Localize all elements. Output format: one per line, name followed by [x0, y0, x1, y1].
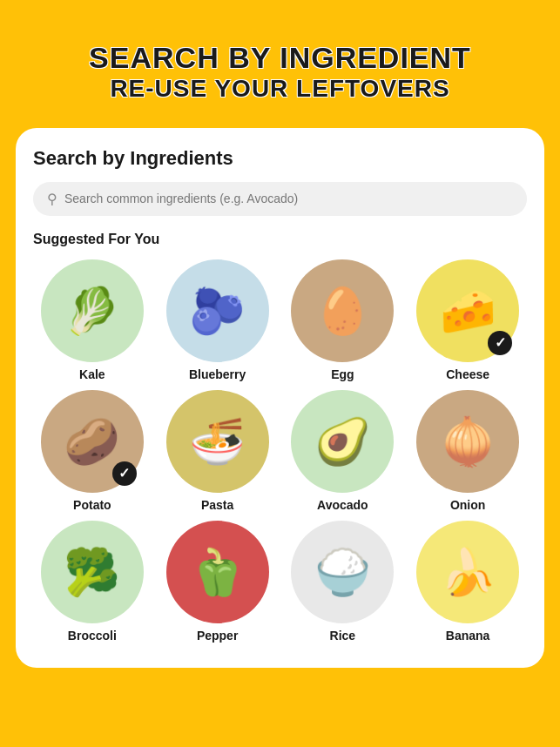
search-bar[interactable]: ⚲ — [33, 182, 527, 216]
ingredient-circle-blueberry: 🫐 — [166, 259, 269, 362]
ingredient-item-cheese[interactable]: 🧀Cheese — [408, 259, 527, 381]
ingredient-grid: 🥬Kale🫐Blueberry🥚Egg🧀Cheese🥔Potato🍜Pasta🥑… — [33, 259, 527, 643]
selected-badge-cheese — [488, 331, 512, 355]
ingredient-item-pasta[interactable]: 🍜Pasta — [159, 390, 277, 512]
ingredient-name-avocado: Avocado — [317, 498, 368, 512]
search-card: Search by Ingredients ⚲ Suggested For Yo… — [16, 128, 544, 668]
ingredient-circle-banana: 🍌 — [416, 521, 519, 623]
ingredient-name-pepper: Pepper — [197, 629, 238, 643]
ingredient-name-blueberry: Blueberry — [189, 367, 246, 381]
ingredient-emoji-onion: 🧅 — [440, 419, 496, 464]
ingredient-emoji-blueberry: 🫐 — [189, 288, 246, 333]
ingredient-emoji-avocado: 🥑 — [314, 419, 371, 464]
ingredient-emoji-cheese: 🧀 — [440, 288, 496, 333]
ingredient-emoji-broccoli: 🥦 — [64, 549, 120, 595]
ingredient-circle-broccoli: 🥦 — [41, 521, 144, 623]
header-subtitle: RE-USE YOUR LEFTOVERS — [35, 74, 525, 104]
header-title: SEARCH BY INGREDIENT — [35, 42, 525, 74]
ingredient-item-blueberry[interactable]: 🫐Blueberry — [159, 259, 277, 381]
ingredient-circle-egg: 🥚 — [291, 259, 394, 362]
ingredient-name-egg: Egg — [331, 367, 354, 381]
ingredient-circle-kale: 🥬 — [41, 259, 144, 362]
ingredient-circle-avocado: 🥑 — [291, 390, 394, 493]
ingredient-item-banana[interactable]: 🍌Banana — [408, 521, 527, 643]
ingredient-item-potato[interactable]: 🥔Potato — [33, 390, 152, 512]
card-title: Search by Ingredients — [33, 147, 527, 170]
selected-badge-potato — [112, 461, 137, 486]
ingredient-circle-potato: 🥔 — [41, 390, 144, 493]
section-label: Suggested For You — [33, 232, 527, 247]
ingredient-item-kale[interactable]: 🥬Kale — [33, 259, 152, 381]
search-icon: ⚲ — [47, 191, 57, 207]
ingredient-emoji-kale: 🥬 — [64, 288, 120, 333]
ingredient-name-kale: Kale — [79, 367, 105, 381]
ingredient-circle-cheese: 🧀 — [416, 259, 519, 362]
ingredient-name-onion: Onion — [450, 498, 485, 512]
ingredient-emoji-pepper: 🫑 — [189, 549, 246, 595]
ingredient-emoji-potato: 🥔 — [64, 419, 120, 464]
header: SEARCH BY INGREDIENT RE-USE YOUR LEFTOVE… — [0, 0, 560, 128]
ingredient-circle-pepper: 🫑 — [166, 521, 269, 623]
ingredient-name-broccoli: Broccoli — [68, 629, 117, 643]
ingredient-name-potato: Potato — [73, 498, 111, 512]
ingredient-item-broccoli[interactable]: 🥦Broccoli — [33, 521, 152, 643]
ingredient-name-banana: Banana — [446, 629, 490, 643]
ingredient-item-rice[interactable]: 🍚Rice — [284, 521, 402, 643]
ingredient-item-egg[interactable]: 🥚Egg — [284, 259, 402, 381]
ingredient-emoji-pasta: 🍜 — [189, 419, 246, 464]
ingredient-name-pasta: Pasta — [201, 498, 233, 512]
ingredient-name-cheese: Cheese — [446, 367, 489, 381]
ingredient-item-onion[interactable]: 🧅Onion — [408, 390, 527, 512]
ingredient-emoji-egg: 🥚 — [314, 288, 371, 333]
ingredient-circle-rice: 🍚 — [291, 521, 394, 623]
ingredient-item-pepper[interactable]: 🫑Pepper — [159, 521, 277, 643]
ingredient-name-rice: Rice — [330, 629, 356, 643]
ingredient-emoji-rice: 🍚 — [314, 549, 371, 595]
ingredient-circle-pasta: 🍜 — [166, 390, 269, 493]
search-input[interactable] — [64, 192, 513, 205]
ingredient-circle-onion: 🧅 — [416, 390, 519, 493]
ingredient-item-avocado[interactable]: 🥑Avocado — [284, 390, 402, 512]
ingredient-emoji-banana: 🍌 — [440, 549, 496, 595]
